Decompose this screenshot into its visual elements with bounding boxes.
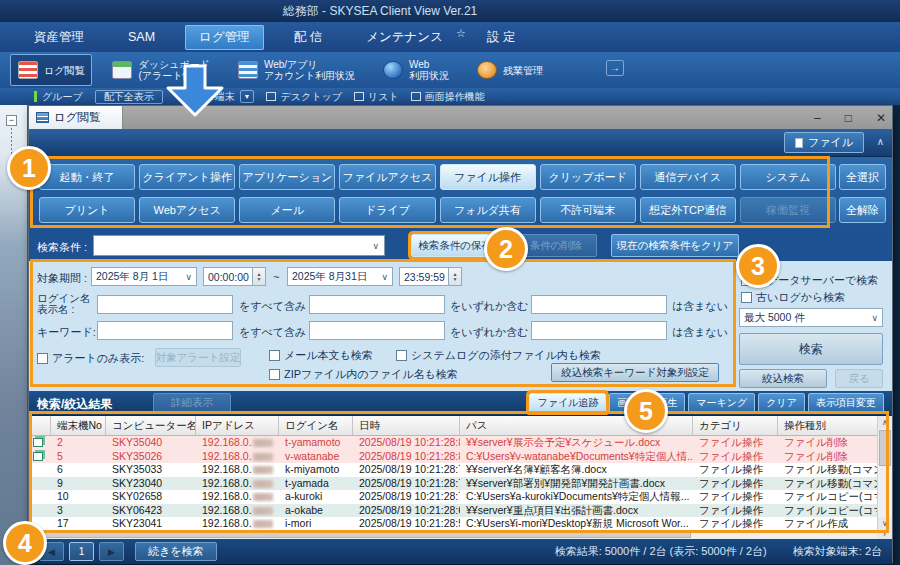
column-header[interactable]: 端末機No [51, 416, 106, 435]
column-header[interactable]: ログイン名 [279, 416, 353, 435]
date-to-picker[interactable]: 2025年 8月31日∨ [287, 267, 393, 286]
view-desktop-button[interactable]: デスクトップ [266, 90, 341, 104]
login-contains-any-input[interactable] [309, 295, 445, 314]
category-button-row1-5[interactable]: クリップボード [540, 164, 636, 190]
computer-name-cell: SKY06423 [106, 504, 196, 518]
table-row[interactable]: 5SKY35026192.168.0.v-watanabe2025/08/19 … [29, 450, 877, 464]
column-header[interactable]: 日時 [353, 416, 460, 435]
chevron-down-icon[interactable]: ▼ [240, 90, 255, 103]
time-to-spinner[interactable] [449, 267, 462, 286]
scroll-up-icon[interactable] [878, 416, 892, 429]
ribbon-button-web-usage[interactable]: Web利用状況 [375, 54, 457, 86]
marking-button[interactable]: マーキング [688, 393, 755, 413]
minimize-button[interactable]: – [814, 111, 821, 125]
category-button-row2-2[interactable]: メール [239, 197, 335, 223]
clear-all-button[interactable]: 全解除 [839, 197, 886, 223]
category-button-row1-0[interactable]: 起動・終了 [39, 164, 135, 190]
operation-cell: ファイル移動(コマン [778, 477, 877, 491]
keyword-contains-any-input[interactable] [309, 321, 445, 340]
ribbon-tab-0[interactable]: 資産管理 [20, 25, 98, 50]
old-logs-checkbox[interactable]: 古いログから検索 [741, 290, 845, 305]
refine-search-button[interactable]: 絞込検索 [739, 369, 827, 388]
horizontal-scrollbar[interactable] [29, 530, 877, 539]
expand-all-button[interactable]: 配下全表示 [95, 90, 163, 104]
continue-search-button[interactable]: 続きを検索 [135, 542, 217, 561]
chevron-up-icon[interactable]: ∧ [877, 136, 884, 147]
mail-body-checkbox[interactable]: メール本文も検索 [269, 348, 373, 363]
zip-filename-checkbox[interactable]: ZIPファイル内のファイル名も検索 [269, 367, 458, 382]
category-button-row2-0[interactable]: プリント [39, 197, 135, 223]
clear-results-button[interactable]: クリア [758, 393, 805, 413]
next-page-button[interactable]: ▶ [99, 542, 124, 561]
popup-title: ログ閲覧 [29, 106, 123, 129]
category-button-row1-7[interactable]: システム [740, 164, 836, 190]
ribbon-tab-2[interactable]: ログ管理 [185, 25, 264, 50]
table-row[interactable]: 6SKY35033192.168.0.k-miyamoto2025/08/19 … [29, 463, 877, 477]
table-row[interactable]: 3SKY06423192.168.0.a-okabe2025/08/19 10:… [29, 504, 877, 518]
table-row[interactable]: 10SKY02658192.168.0.a-kuroki2025/08/19 1… [29, 490, 877, 504]
marker-column-header[interactable] [29, 416, 51, 435]
select-all-button[interactable]: 全選択 [839, 164, 886, 190]
close-button[interactable]: ✕ [876, 111, 886, 125]
category-button-row1-2[interactable]: アプリケーション [239, 164, 335, 190]
max-count-select[interactable]: 最大 5000 件∨ [739, 308, 883, 327]
keyword-contains-none-input[interactable] [531, 321, 667, 340]
category-button-row2-5[interactable]: 不許可端末 [540, 197, 636, 223]
scroll-right-icon[interactable] [877, 530, 892, 539]
table-row[interactable]: 17SKY23041192.168.0.i-mori2025/08/19 10:… [29, 517, 877, 530]
file-menu-button[interactable]: ファイル [784, 132, 864, 153]
category-button-row1-1[interactable]: クライアント操作 [139, 164, 235, 190]
change-columns-button[interactable]: 表示項目変更 [808, 393, 884, 413]
favorite-star-icon[interactable]: ☆ [456, 27, 466, 40]
contains-none-label-2: は含まない [672, 325, 728, 340]
clear-condition-button[interactable]: 現在の検索条件をクリア [611, 234, 739, 257]
category-button-row2-3[interactable]: ドライブ [339, 197, 435, 223]
table-row[interactable]: 9SKY23040192.168.0.t-yamada2025/08/19 10… [29, 477, 877, 491]
alert-target-button: 対象アラート設定 [155, 348, 241, 367]
system-log-checkbox[interactable]: システムログの添付ファイル内も検索 [396, 348, 601, 363]
category-button-row2-6[interactable]: 想定外TCP通信 [640, 197, 736, 223]
column-header[interactable]: コンピューター名 [106, 416, 196, 435]
ribbon-tab-4[interactable]: メンテナンス [352, 25, 457, 50]
column-header[interactable]: 操作種別 [778, 416, 877, 435]
maximize-button[interactable]: □ [845, 111, 852, 125]
arrow-icon[interactable]: → [606, 60, 624, 76]
search-condition-combo[interactable]: ∨ [93, 235, 385, 256]
clock-icon [477, 61, 497, 79]
keyword-contains-all-input[interactable] [97, 321, 233, 340]
time-from-spinner[interactable] [253, 267, 266, 286]
horizontal-scroll-thumb[interactable] [30, 531, 691, 538]
column-header[interactable]: カテゴリ [693, 416, 778, 435]
category-button-row1-4[interactable]: ファイル操作 [440, 164, 536, 190]
category-button-row1-6[interactable]: 通信デバイス [640, 164, 736, 190]
view-list-button[interactable]: リスト [354, 90, 399, 104]
column-header[interactable]: IPアドレス [196, 416, 279, 435]
current-page-button[interactable]: 1 [69, 542, 94, 561]
login-contains-none-input[interactable] [531, 295, 667, 314]
category-row-1: 起動・終了クライアント操作アプリケーションファイルアクセスファイル操作クリップボ… [39, 164, 836, 190]
ribbon-button-web-app-account[interactable]: Web/アプリアカウント利用状況 [230, 54, 363, 86]
vertical-scrollbar[interactable] [877, 416, 892, 530]
ribbon-tab-1[interactable]: SAM [114, 26, 169, 48]
view-screen-button[interactable]: 画面操作機能 [411, 90, 485, 104]
ribbon-button-log-view[interactable]: ログ閲覧 [10, 54, 92, 86]
category-button-row2-4[interactable]: フォルダ共有 [440, 197, 536, 223]
vertical-scroll-thumb[interactable] [879, 430, 891, 466]
ribbon-tab-3[interactable]: 配 信 [280, 25, 336, 50]
ribbon-tab-5[interactable]: 設 定 [473, 25, 529, 50]
time-to-field[interactable]: 23:59:59 [399, 267, 449, 286]
alert-only-checkbox[interactable]: アラートのみ表示: [37, 351, 144, 366]
time-from-field[interactable]: 00:00:00 [203, 267, 253, 286]
table-row[interactable]: 2SKY35040192.168.0.t-yamamoto2025/08/19 … [29, 436, 877, 450]
file-trace-button[interactable]: ファイル追跡 [529, 393, 606, 413]
date-from-picker[interactable]: 2025年 8月 1日∨ [91, 267, 197, 286]
tree-collapse-icon[interactable] [6, 115, 17, 126]
category-button-row2-1[interactable]: Webアクセス [139, 197, 235, 223]
search-button[interactable]: 検索 [739, 333, 883, 365]
ribbon-button-overtime[interactable]: 残業管理 [469, 54, 551, 86]
computer-name-cell: SKY23041 [106, 517, 196, 530]
login-contains-all-input[interactable] [97, 295, 233, 314]
login-name-label: ログイン名 表示名 : [37, 293, 90, 315]
category-button-row1-3[interactable]: ファイルアクセス [339, 164, 435, 190]
keyword-columns-button[interactable]: 絞込検索キーワード対象列設定 [551, 363, 719, 382]
